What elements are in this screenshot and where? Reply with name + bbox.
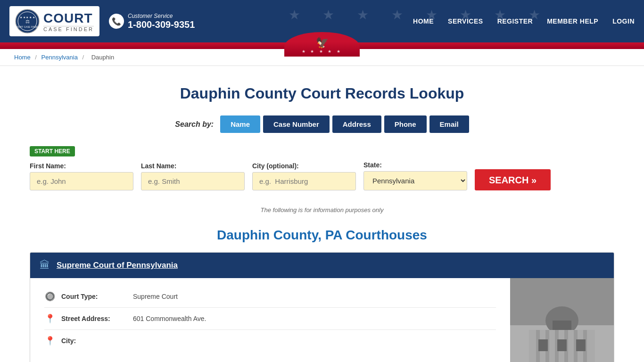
svg-rect-18 [538,339,548,351]
city-icon: 📍 [44,336,56,346]
search-by-label: Search by: [175,120,214,129]
nav-register[interactable]: REGISTER [497,17,533,25]
state-label: State: [363,161,467,169]
state-select[interactable]: Pennsylvania Alabama Alaska Arizona Cali… [363,171,467,190]
logo-case-finder-label: CASE FINDER [43,26,94,32]
logo-box[interactable]: ★ ★ ★ ★ ★ ⚖ COURT CASE FINDER COURT CASE… [9,6,99,36]
tab-email[interactable]: Email [429,115,469,133]
last-name-group: Last Name: [141,162,245,190]
logo-court-label: COURT [43,11,94,26]
svg-rect-20 [576,339,586,351]
logo-text: COURT CASE FINDER [43,11,94,32]
courthouse-info: 🔘 Court Type: Supreme Court 📍 Street Add… [30,278,510,362]
nav-login[interactable]: LOGIN [612,17,635,25]
city-input[interactable] [252,172,356,190]
svg-rect-19 [557,339,567,351]
eagle-icon: 🦅 [316,37,329,49]
tab-case-number[interactable]: Case Number [263,115,330,133]
state-group: State: Pennsylvania Alabama Alaska Arizo… [363,161,467,190]
first-name-label: First Name: [30,162,133,170]
courthouse-body: 🔘 Court Type: Supreme Court 📍 Street Add… [30,278,614,362]
breadcrumb-sep-2: / [83,54,86,61]
court-type-icon: 🔘 [44,291,56,302]
city-group: City (optional): [252,162,356,190]
breadcrumb-home[interactable]: Home [14,54,31,61]
first-name-input[interactable] [30,172,133,190]
search-form-wrapper: START HERE First Name: Last Name: City (… [30,141,614,200]
courthouse-icon: 🏛 [40,259,50,272]
city-label: City (optional): [252,162,356,170]
breadcrumb-county: Dauphin [91,54,114,61]
search-button[interactable]: SEARCH » [475,169,551,190]
patriotic-stripe: 🦅 ★ ★ ★ ★ ★ [0,42,644,49]
svg-text:COURT CASE FINDER: COURT CASE FINDER [15,25,40,28]
court-type-label: Court Type: [61,293,127,300]
main-content: Dauphin County Court Records Lookup Sear… [16,66,628,362]
customer-service-label: Customer Service [128,13,195,19]
main-nav: HOME SERVICES REGISTER MEMBER HELP LOGIN [413,17,635,25]
city-row: 📍 City: [44,330,496,352]
tab-phone[interactable]: Phone [384,115,427,133]
info-note: The following is for information purpose… [30,206,614,214]
header-left: ★ ★ ★ ★ ★ ⚖ COURT CASE FINDER COURT CASE… [9,6,195,36]
phone-number[interactable]: 1-800-309-9351 [128,19,195,30]
courthouse-name-link[interactable]: Supreme Court of Pennsylvania [57,261,178,270]
nav-services[interactable]: SERVICES [448,17,483,25]
nav-member-help[interactable]: MEMBER HELP [547,17,598,25]
eagle-stars: ★ ★ ★ ★ ★ [302,49,342,54]
nav-home[interactable]: HOME [413,17,434,25]
courthouse-header: 🏛 Supreme Court of Pennsylvania [30,253,614,278]
court-type-value: Supreme Court [133,293,178,300]
tab-address[interactable]: Address [332,115,381,133]
svg-text:⚖: ⚖ [25,19,30,24]
svg-rect-8 [553,321,571,330]
courthouse-card: 🏛 Supreme Court of Pennsylvania 🔘 Court … [30,252,614,362]
court-type-row: 🔘 Court Type: Supreme Court [44,286,496,308]
street-address-row: 📍 Street Address: 601 Commonwealth Ave. [44,308,496,330]
first-name-group: First Name: [30,162,133,190]
address-icon: 📍 [44,313,56,324]
last-name-label: Last Name: [141,162,245,170]
street-address-label: Street Address: [61,315,127,322]
start-here-badge: START HERE [30,146,75,156]
phone-text: Customer Service 1-800-309-9351 [128,13,195,30]
courthouse-img-svg [510,278,614,362]
phone-box: 📞 Customer Service 1-800-309-9351 [109,13,195,30]
courthouse-image [510,278,614,362]
courthouses-title: Dauphin County, PA Courthouses [30,228,614,243]
form-fields: First Name: Last Name: City (optional): … [30,161,614,190]
tab-name[interactable]: Name [220,115,260,133]
breadcrumb-state[interactable]: Pennsylvania [41,54,78,61]
breadcrumb-sep-1: / [35,54,38,61]
page-title: Dauphin County Court Records Lookup [30,85,614,102]
phone-icon: 📞 [109,14,124,29]
search-by-row: Search by: Name Case Number Address Phon… [30,115,614,133]
street-address-value: 601 Commonwealth Ave. [133,315,206,322]
last-name-input[interactable] [141,172,245,190]
city-row-label: City: [61,337,127,345]
logo-seal-icon: ★ ★ ★ ★ ★ ⚖ COURT CASE FINDER [15,9,40,33]
